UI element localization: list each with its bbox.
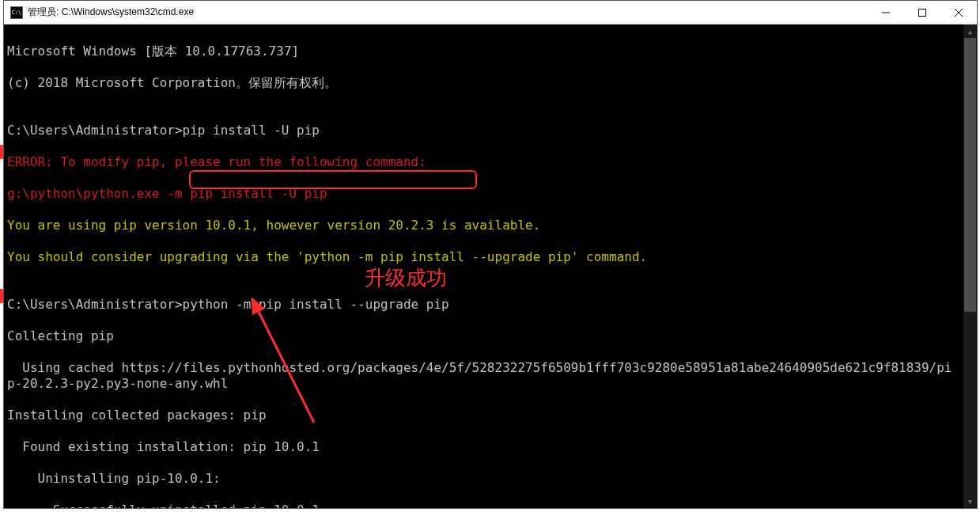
prompt: C:\Users\Administrator> — [7, 297, 183, 312]
window-controls — [868, 1, 977, 25]
terminal-line: Uninstalling pip-10.0.1: — [7, 471, 977, 487]
terminal-content[interactable]: Microsoft Windows [版本 10.0.17763.737] (c… — [4, 25, 977, 508]
scrollbar-thumb[interactable] — [964, 38, 976, 312]
maximize-button[interactable] — [904, 1, 940, 25]
terminal-line: Found existing installation: pip 10.0.1 — [7, 439, 977, 455]
terminal-line: Successfully uninstalled pip-10.0.1 — [7, 503, 977, 508]
command-text: python -m pip install --upgrade pip — [183, 297, 449, 312]
annotation-upgrade-success: 升级成功 — [365, 270, 447, 286]
terminal-line: C:\Users\Administrator>python -m pip ins… — [7, 297, 977, 313]
terminal-line: Installing collected packages: pip — [7, 408, 977, 423]
scrollbar-track[interactable] — [963, 38, 977, 495]
terminal-error-line: g:\python\python.exe -m pip install -U p… — [7, 186, 977, 202]
terminal-scrollbar[interactable]: ▲ ▼ — [963, 25, 977, 508]
terminal-line: Using cached https://files.pythonhosted.… — [7, 360, 956, 392]
terminal-line: (c) 2018 Microsoft Corporation。保留所有权利。 — [7, 75, 977, 91]
cmd-icon: C:\ — [10, 6, 23, 19]
terminal-line: Collecting pip — [7, 328, 977, 344]
prompt: C:\Users\Administrator> — [7, 123, 183, 138]
terminal-warn-line: You should consider upgrading via the 'p… — [7, 249, 977, 265]
svg-rect-1 — [919, 9, 926, 17]
terminal-line: C:\Users\Administrator>pip install -U pi… — [7, 123, 977, 138]
close-button[interactable] — [940, 1, 977, 25]
window-title: 管理员: C:\Windows\system32\cmd.exe — [28, 6, 194, 19]
scrollbar-down-icon[interactable]: ▼ — [963, 495, 977, 508]
minimize-button[interactable] — [868, 1, 904, 25]
terminal-warn-line: You are using pip version 10.0.1, howeve… — [7, 218, 977, 233]
scrollbar-up-icon[interactable]: ▲ — [963, 25, 977, 38]
cmd-window: C:\ 管理员: C:\Windows\system32\cmd.exe Mic… — [3, 0, 978, 509]
titlebar[interactable]: C:\ 管理员: C:\Windows\system32\cmd.exe — [4, 1, 977, 25]
command-text: pip install -U pip — [183, 123, 320, 138]
terminal-error-line: ERROR: To modify pip, please run the fol… — [7, 154, 977, 170]
terminal-line: Microsoft Windows [版本 10.0.17763.737] — [7, 44, 977, 59]
